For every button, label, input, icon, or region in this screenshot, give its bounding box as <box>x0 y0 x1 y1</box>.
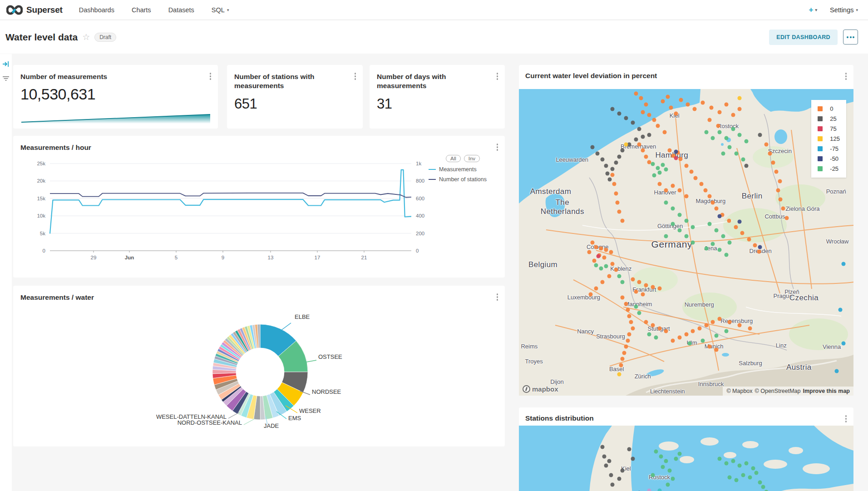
chart-title: Current water level deviation in percent <box>525 71 657 80</box>
nav-item-charts[interactable]: Charts <box>132 6 151 14</box>
station-dot <box>601 445 605 449</box>
map-city-label: Nancy <box>577 327 594 334</box>
station-dot <box>718 317 722 321</box>
chart-options-menu[interactable] <box>844 414 848 424</box>
map-city-label: Amsterdam <box>530 187 572 196</box>
mapbox-link[interactable]: © Mapbox <box>726 388 752 394</box>
station-dot <box>664 234 668 238</box>
station-dot <box>745 164 749 168</box>
mapbox-logo[interactable]: mapbox <box>523 385 558 393</box>
station-dot <box>631 121 635 125</box>
nav-item-sql[interactable]: SQL▾ <box>212 6 229 14</box>
station-dot <box>714 207 718 211</box>
station-dot <box>664 329 668 333</box>
map-city-label: Poznań <box>826 188 846 195</box>
station-dot <box>674 112 678 116</box>
legend-button-all[interactable]: All <box>446 155 461 162</box>
favorite-star-icon[interactable]: ☆ <box>82 32 90 42</box>
station-dot <box>666 94 670 99</box>
legend-entry[interactable]: Measurements <box>429 166 505 173</box>
station-dot <box>607 459 611 463</box>
station-dot <box>624 302 628 306</box>
dashboard-more-button[interactable] <box>843 30 858 45</box>
map-city-label: Troyes <box>525 358 543 365</box>
donut-slice-label: OSTSEE <box>318 353 342 360</box>
station-dot <box>711 136 715 140</box>
station-dot <box>671 338 675 342</box>
station-dot <box>611 167 615 171</box>
station-dot <box>634 92 638 96</box>
map-city-label: The Netherlands <box>541 198 584 216</box>
chart-options-menu[interactable] <box>208 71 213 81</box>
stations-map[interactable]: KielRostock <box>519 426 853 491</box>
superset-infinity-icon <box>6 5 23 15</box>
map-city-label: Luxembourg <box>567 293 600 300</box>
nav-item-dashboards[interactable]: Dashboards <box>79 6 114 14</box>
station-dot <box>651 323 655 327</box>
chevron-down-icon: ▾ <box>227 8 229 12</box>
expand-filters-icon[interactable] <box>2 60 10 68</box>
settings-menu[interactable]: Settings▾ <box>830 6 858 14</box>
station-dot <box>624 345 628 349</box>
map-city-label: Cottbus <box>764 213 785 220</box>
measurements-hour-chart-card: Measurements / hour 25k1k20k80015k60010k… <box>13 136 505 278</box>
svg-text:400: 400 <box>416 213 424 218</box>
station-dot <box>779 198 783 202</box>
station-dot <box>617 154 621 159</box>
chart-options-menu[interactable] <box>495 71 500 81</box>
station-dot <box>604 464 608 468</box>
edit-dashboard-button[interactable]: EDIT DASHBOARD <box>769 30 838 45</box>
station-dot <box>631 326 635 330</box>
station-dot <box>781 207 785 211</box>
station-dot <box>778 179 782 183</box>
station-dot <box>617 372 621 376</box>
legend-button-inv[interactable]: Inv <box>464 155 480 162</box>
station-dot <box>677 188 681 192</box>
map-city-label: Koblenz <box>610 265 631 272</box>
station-dot <box>738 96 742 100</box>
svg-text:10k: 10k <box>37 213 45 218</box>
station-dot <box>718 214 722 218</box>
station-dot <box>609 473 613 477</box>
station-dot <box>738 133 742 137</box>
station-dot <box>602 454 606 458</box>
station-dot <box>735 478 739 482</box>
chart-options-menu[interactable] <box>844 71 848 81</box>
map-legend-item: 125 <box>818 135 840 142</box>
improve-map-link[interactable]: Improve this map <box>803 388 850 394</box>
station-dot <box>644 102 648 106</box>
station-dot <box>711 320 715 324</box>
svg-text:5k: 5k <box>40 231 45 236</box>
filter-icon[interactable] <box>2 75 10 82</box>
svg-text:9: 9 <box>222 255 224 260</box>
map-legend-item: -25 <box>818 165 840 172</box>
map-city-label: Strasbourg <box>596 333 625 340</box>
svg-text:1k: 1k <box>416 161 421 166</box>
legend-entry[interactable]: Number of stations <box>429 176 505 183</box>
nav-item-datasets[interactable]: Datasets <box>168 6 194 14</box>
station-dot <box>701 338 705 342</box>
superset-logo[interactable]: Superset <box>6 5 63 15</box>
station-dot <box>689 170 693 174</box>
station-dot <box>735 151 739 155</box>
map-city-label: Nuremberg <box>685 301 714 307</box>
station-dot <box>768 151 772 155</box>
station-dot <box>621 468 625 472</box>
station-dot <box>621 357 625 361</box>
station-dot <box>634 305 638 309</box>
brand-name: Superset <box>26 5 63 15</box>
station-dot <box>647 133 651 137</box>
station-dot <box>671 207 675 211</box>
mapbox-logo-icon <box>523 385 530 393</box>
new-item-menu[interactable]: +▾ <box>809 5 817 15</box>
station-dot <box>741 473 745 477</box>
station-dot <box>734 225 738 229</box>
deviation-map[interactable]: 02575125-75-50-25 mapbox © Mapbox © Open… <box>519 89 853 396</box>
station-dot <box>591 240 595 244</box>
station-dot <box>741 158 745 162</box>
station-dot <box>664 188 668 192</box>
osm-link[interactable]: © OpenStreetMap <box>755 388 801 394</box>
chart-options-menu[interactable] <box>353 71 358 81</box>
station-dot <box>629 320 633 324</box>
station-dot <box>708 222 712 226</box>
